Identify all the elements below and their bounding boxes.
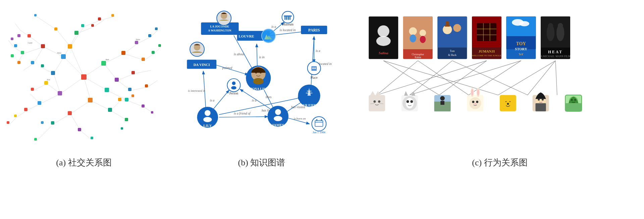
main-container: Alice Bob Carol Dave Eve — [0, 0, 644, 154]
svg-rect-73 — [115, 78, 119, 82]
svg-point-307 — [538, 98, 540, 100]
svg-text:ToY: ToY — [519, 53, 523, 56]
svg-rect-66 — [58, 91, 62, 95]
svg-text:TOUR EIFFEL: TOUR EIFFEL — [298, 103, 320, 107]
svg-rect-230 — [446, 21, 449, 25]
svg-text:is in: is in — [259, 55, 265, 59]
svg-point-276 — [378, 100, 380, 103]
svg-text:Bob: Bob — [106, 59, 109, 61]
svg-point-214 — [378, 25, 389, 37]
svg-rect-91 — [14, 44, 17, 47]
svg-point-255 — [558, 23, 563, 28]
svg-rect-313 — [565, 103, 582, 111]
knowledge-graph-svg: painted is about is in is a is located i… — [171, 7, 352, 147]
svg-text:Carol: Carol — [28, 42, 33, 44]
svg-rect-106 — [14, 115, 17, 117]
svg-point-297 — [476, 101, 478, 103]
svg-text:HEAT: HEAT — [548, 50, 563, 54]
svg-point-296 — [472, 101, 474, 103]
svg-point-219 — [409, 27, 417, 35]
svg-rect-76 — [38, 101, 41, 105]
svg-text:LOUVRE: LOUVRE — [239, 34, 254, 38]
svg-text:is a: is a — [210, 98, 215, 102]
svg-rect-116 — [121, 127, 123, 130]
svg-rect-251 — [541, 16, 570, 48]
svg-rect-95 — [81, 24, 84, 27]
svg-text:is born on: is born on — [294, 117, 306, 120]
svg-text:Person: Person — [229, 91, 238, 95]
svg-text:& Huck: & Huck — [448, 54, 457, 57]
svg-rect-169 — [289, 16, 290, 20]
caption-c: (c) 行为关系图 — [356, 154, 644, 171]
svg-point-202 — [312, 117, 326, 131]
svg-rect-77 — [44, 81, 48, 85]
svg-rect-81 — [31, 61, 34, 64]
behavior-graph-container: Salina Christopher Robin — [359, 7, 641, 147]
svg-point-293 — [471, 89, 473, 96]
svg-rect-90 — [24, 108, 28, 111]
svg-text:A MICHAEL MANN FILM: A MICHAEL MANN FILM — [541, 55, 571, 58]
svg-rect-64 — [101, 61, 106, 66]
svg-rect-85 — [128, 88, 131, 91]
svg-rect-96 — [54, 27, 57, 30]
svg-rect-105 — [34, 138, 37, 141]
svg-rect-103 — [31, 88, 34, 91]
svg-point-196 — [203, 117, 212, 122]
svg-text:LILY: LILY — [203, 124, 212, 128]
svg-text:PARIS: PARIS — [308, 28, 320, 32]
svg-text:MONA LISA: MONA LISA — [249, 87, 268, 91]
svg-rect-84 — [131, 71, 135, 74]
svg-rect-67 — [105, 88, 109, 92]
svg-rect-115 — [34, 14, 37, 16]
svg-rect-99 — [152, 51, 155, 54]
svg-text:STORY: STORY — [515, 47, 527, 51]
svg-rect-86 — [125, 118, 128, 121]
svg-rect-177 — [314, 68, 316, 69]
svg-rect-226 — [437, 16, 467, 48]
svg-text:is a: is a — [316, 49, 320, 53]
svg-point-200 — [231, 86, 236, 89]
svg-point-311 — [571, 99, 573, 101]
svg-rect-100 — [145, 84, 148, 87]
svg-rect-82 — [135, 41, 138, 44]
svg-point-288 — [440, 96, 445, 101]
svg-rect-97 — [98, 17, 101, 20]
svg-rect-65 — [88, 98, 93, 102]
social-graph-container: Alice Bob Carol Dave Eve — [3, 7, 164, 147]
svg-rect-104 — [41, 121, 44, 124]
svg-rect-62 — [81, 74, 87, 80]
svg-rect-289 — [440, 101, 444, 105]
svg-point-253 — [548, 23, 553, 28]
svg-point-294 — [477, 89, 479, 96]
svg-text:is a: is a — [252, 98, 257, 102]
social-graph-svg: Alice Bob Carol Dave Eve — [3, 7, 164, 147]
svg-rect-70 — [51, 71, 55, 75]
svg-point-199 — [232, 81, 236, 85]
svg-rect-244 — [506, 16, 536, 36]
svg-text:is a: is a — [271, 25, 276, 28]
svg-rect-92 — [11, 54, 14, 57]
svg-text:is located in: is located in — [280, 28, 296, 32]
svg-point-275 — [373, 100, 376, 103]
svg-rect-108 — [11, 38, 13, 40]
svg-text:is interested in: is interested in — [188, 89, 205, 92]
svg-rect-68 — [68, 44, 72, 49]
svg-text:Salina: Salina — [379, 51, 388, 55]
svg-point-283 — [410, 100, 413, 103]
svg-rect-114 — [131, 94, 134, 97]
svg-text:likes: likes — [266, 95, 272, 99]
svg-rect-102 — [41, 64, 44, 67]
svg-rect-78 — [125, 98, 128, 101]
svg-rect-176 — [312, 68, 314, 69]
svg-rect-206 — [321, 119, 322, 121]
svg-text:WELCOME TO THE JUNGLE: WELCOME TO THE JUNGLE — [472, 54, 501, 57]
section-b: painted is about is in is a is located i… — [168, 7, 356, 147]
svg-point-192 — [274, 116, 282, 121]
svg-text:is about: is about — [234, 52, 244, 56]
svg-rect-79 — [28, 34, 31, 38]
svg-rect-69 — [41, 44, 45, 48]
svg-text:JUMANJI: JUMANJI — [479, 49, 495, 53]
svg-rect-71 — [74, 31, 78, 35]
svg-point-246 — [520, 21, 529, 26]
svg-text:Museum: Museum — [282, 22, 294, 26]
